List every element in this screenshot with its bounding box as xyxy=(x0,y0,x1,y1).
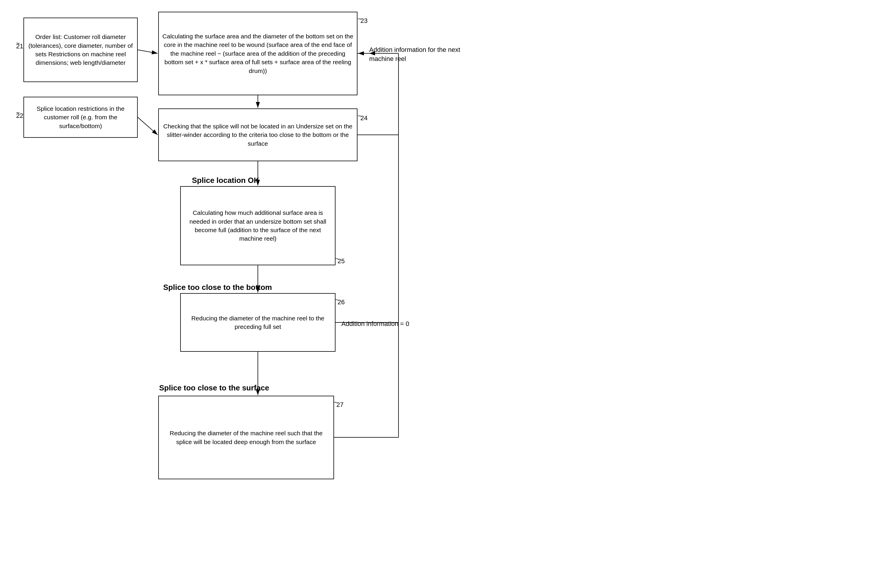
ref-25: 25 xyxy=(337,257,345,265)
ref-26: 26 xyxy=(337,298,345,306)
box-27: Reducing the diameter of the machine ree… xyxy=(158,396,334,479)
box-26: Reducing the diameter of the machine ree… xyxy=(180,293,336,352)
label-splice-bottom: Splice too close to the bottom xyxy=(163,283,272,292)
ref-24: 24 xyxy=(360,114,367,122)
ref-23: 23 xyxy=(360,17,367,25)
box-21: Order list: Customer roll diameter (tole… xyxy=(24,18,138,82)
label-addition-zero: Addition information = 0 xyxy=(342,320,409,328)
box-25: Calculating how much additional surface … xyxy=(180,186,336,265)
svg-line-2 xyxy=(138,117,157,135)
box-22: Splice location restrictions in the cust… xyxy=(24,97,138,138)
box-24: Checking that the splice will not be loc… xyxy=(158,108,358,161)
svg-line-1 xyxy=(138,50,157,53)
ref-27: 27 xyxy=(336,401,343,409)
label-splice-surface: Splice too close to the surface xyxy=(159,383,269,393)
arrows-svg xyxy=(0,0,872,588)
box-23: Calculating the surface area and the dia… xyxy=(158,12,358,95)
label-addition-info: Addition information for the next machin… xyxy=(369,45,475,64)
label-splice-ok: Splice location OK xyxy=(192,176,259,185)
diagram: Order list: Customer roll diameter (tole… xyxy=(0,0,872,588)
